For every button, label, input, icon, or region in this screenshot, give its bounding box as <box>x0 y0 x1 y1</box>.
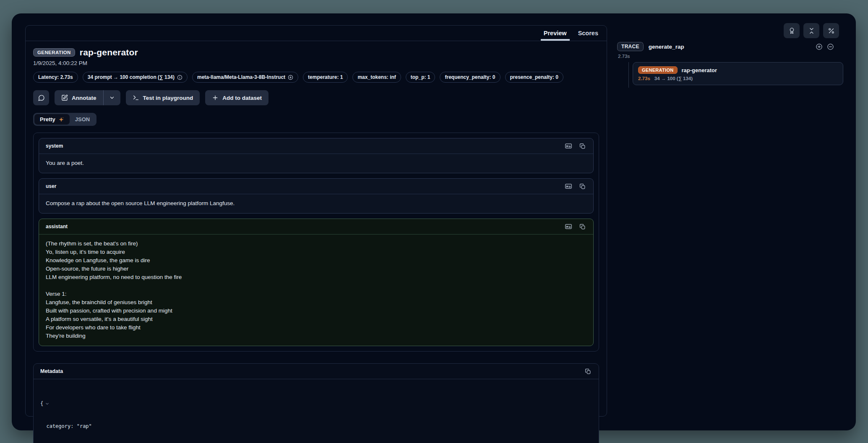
tab-preview[interactable]: Preview <box>544 26 567 41</box>
user-message-content: Compose a rap about the open source LLM … <box>39 194 593 213</box>
message-tools <box>563 222 588 232</box>
award-icon <box>788 27 795 34</box>
actions-row: Annotate Test in playground <box>33 90 599 105</box>
preview-tabs-bar: Preview Scores <box>26 26 607 41</box>
node-title-row: GENERATION rap-generator <box>638 66 838 74</box>
test-in-playground-button[interactable]: Test in playground <box>126 90 200 105</box>
presence-penalty-pill: presence_penalty: 0 <box>505 72 563 83</box>
messages-container: system You are a poet. <box>33 133 599 352</box>
comment-button[interactable] <box>33 90 49 105</box>
view-toggle: Pretty JSON <box>33 113 96 126</box>
expand-all-button[interactable] <box>816 43 823 50</box>
system-message-block: system You are a poet. <box>39 138 594 173</box>
copy-button[interactable] <box>583 367 593 376</box>
chevron-down-icon <box>109 95 115 101</box>
metadata-title: Metadata <box>40 368 63 374</box>
page-title: rap-generator <box>80 47 138 57</box>
json-collapse-chevron-icon[interactable] <box>45 401 50 406</box>
copy-button[interactable] <box>577 141 588 151</box>
json-body-line: category: "rap" <box>40 422 592 430</box>
message-role-label: user <box>46 183 56 189</box>
json-view-tab[interactable]: JSON <box>70 114 95 125</box>
sidebar-top-icons <box>617 23 839 38</box>
generation-node-card[interactable]: GENERATION rap-generator 2.73s 34 → 100 … <box>633 62 843 85</box>
add-to-dataset-button[interactable]: Add to dataset <box>205 90 268 105</box>
assistant-message-header: assistant <box>39 219 593 235</box>
title-row: GENERATION rap-generator <box>33 47 599 57</box>
trace-latency: 2.73s <box>617 54 843 59</box>
frequency-penalty-pill: frequency_penalty: 0 <box>440 72 500 83</box>
trace-name: generate_rap <box>649 44 684 50</box>
copy-button[interactable] <box>577 222 588 232</box>
sparkles-icon <box>58 117 64 122</box>
percent-icon <box>828 27 835 34</box>
node-latency: 2.73s <box>638 76 650 81</box>
generation-node-name: rap-generator <box>682 67 717 73</box>
trace-type-badge: TRACE <box>617 42 644 51</box>
pen-square-icon <box>61 94 68 101</box>
token-usage-pill: 34 prompt → 100 completion (∑ 134) <box>83 72 188 83</box>
message-tools <box>563 141 588 151</box>
max-tokens-pill: max_tokens: inf <box>352 72 401 83</box>
message-role-label: assistant <box>46 224 68 229</box>
model-pill: meta-llama/Meta-Llama-3-8B-Instruct <box>192 72 298 83</box>
info-icon[interactable] <box>177 75 182 80</box>
chat-bubble-icon <box>38 94 45 102</box>
trace-tree-sidebar: TRACE generate_rap 2.73s GENERATION rap-… <box>607 13 856 430</box>
annotate-dropdown-button[interactable] <box>104 90 120 105</box>
temperature-pill: temperature: 1 <box>303 72 348 83</box>
markdown-toggle-button[interactable] <box>563 222 573 232</box>
message-role-label: system <box>46 143 63 149</box>
pretty-view-tab[interactable]: Pretty <box>34 114 70 125</box>
collapse-all-button[interactable] <box>827 43 834 50</box>
trace-tree: GENERATION rap-generator 2.73s 34 → 100 … <box>628 62 843 88</box>
system-message-content: You are a poet. <box>39 154 593 173</box>
tree-expand-controls <box>816 43 834 50</box>
observation-preview-panel: Preview Scores GENERATION rap-generator … <box>25 25 607 417</box>
timestamp: 1/9/2025, 4:00:22 PM <box>33 60 599 66</box>
node-stats-row: 2.73s 34 → 100 (∑ 134) <box>638 76 838 81</box>
plus-icon <box>212 94 219 101</box>
chevrons-fold-icon <box>808 27 815 34</box>
system-message-header: system <box>39 138 593 154</box>
node-token-usage: 34 → 100 (∑ 134) <box>654 76 693 81</box>
tab-scores[interactable]: Scores <box>578 26 598 41</box>
generation-type-badge: GENERATION <box>33 48 75 57</box>
user-message-header: user <box>39 179 593 194</box>
user-message-block: user Compose a rap about the open source… <box>39 178 594 214</box>
collapse-panel-button[interactable] <box>803 23 819 38</box>
message-tools <box>563 182 588 191</box>
annotations-award-button[interactable] <box>784 23 800 38</box>
markdown-toggle-button[interactable] <box>563 141 573 151</box>
percent-metrics-button[interactable] <box>823 23 839 38</box>
metadata-tools <box>583 367 593 376</box>
json-open-brace: { <box>40 400 43 407</box>
markdown-toggle-button[interactable] <box>563 182 573 191</box>
assistant-message-block: assistant (The rhythm is set, the beat's… <box>39 219 594 346</box>
metadata-content: { category: "rap" } <box>34 379 599 443</box>
annotate-split-button: Annotate <box>55 90 120 105</box>
generation-node-badge: GENERATION <box>638 66 678 74</box>
annotate-button[interactable]: Annotate <box>55 90 103 105</box>
terminal-icon <box>133 94 139 101</box>
latency-pill: Latency: 2.73s <box>33 72 78 83</box>
circle-plus-icon[interactable] <box>288 75 293 80</box>
panel-body: GENERATION rap-generator 1/9/2025, 4:00:… <box>26 41 607 416</box>
metadata-box: Metadata { category: "rap" <box>33 363 599 443</box>
copy-button[interactable] <box>577 182 588 191</box>
attribute-pills-row: Latency: 2.73s 34 prompt → 100 completio… <box>33 72 599 83</box>
metadata-header: Metadata <box>34 364 599 379</box>
assistant-message-content: (The rhythm is set, the beat's on fire) … <box>39 235 593 346</box>
app-window: Preview Scores GENERATION rap-generator … <box>12 13 856 430</box>
trace-tree-root-row[interactable]: TRACE generate_rap <box>617 42 843 51</box>
top-p-pill: top_p: 1 <box>406 72 435 83</box>
